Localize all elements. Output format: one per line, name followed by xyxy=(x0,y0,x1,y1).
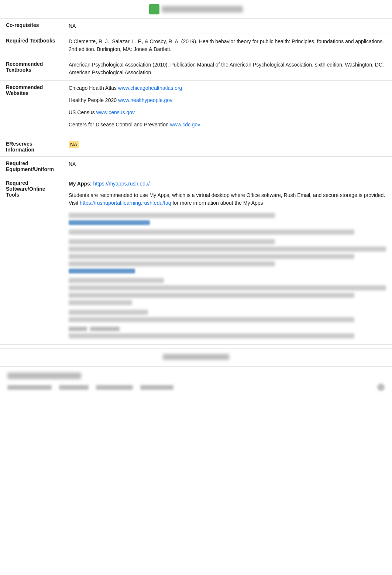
blurred-line xyxy=(69,229,354,235)
blurred-line xyxy=(69,317,354,322)
course-info-label-blurred xyxy=(163,354,229,360)
footer-link-1 xyxy=(7,385,52,390)
label-recommended-textbooks: Recommended Textbooks xyxy=(0,57,63,81)
footer-link-3 xyxy=(96,385,133,390)
myapps-line: My Apps: https://myapps.rush.edu/ xyxy=(69,180,386,188)
blurred-line xyxy=(69,261,275,266)
blurred-line xyxy=(69,300,132,305)
label-recommended-websites: Recommended Websites xyxy=(0,81,63,137)
ereserves-value: NA xyxy=(69,141,79,148)
label-software: Required Software/Online Tools xyxy=(0,176,63,345)
blurred-block-3 xyxy=(69,239,386,273)
table-row-equipment: Required Equipment/Uniform NA xyxy=(0,157,392,176)
blurred-line xyxy=(69,246,386,252)
footer-link-4 xyxy=(140,385,173,390)
footer-links xyxy=(7,384,385,391)
table-row-recommended-textbooks: Recommended Textbooks American Psycholog… xyxy=(0,57,392,81)
value-ereserves: NA xyxy=(63,137,392,157)
website-chicago: Chicago Health Atlas www.chicagohealthat… xyxy=(69,84,386,92)
blurred-line xyxy=(69,333,354,338)
label-corequisites: Co-requisites xyxy=(0,18,63,34)
blurred-line xyxy=(69,239,275,244)
website-cdc: Centers for Disease Control and Preventi… xyxy=(69,121,386,129)
link-myapps[interactable]: https://myapps.rush.edu/ xyxy=(93,181,149,187)
footer-title-blurred xyxy=(7,372,81,379)
table-row-recommended-websites: Recommended Websites Chicago Health Atla… xyxy=(0,81,392,137)
website-healthypeople: Healthy People 2020 www.healthypeople.go… xyxy=(69,96,386,104)
website-census: US Census www.census.gov xyxy=(69,109,386,116)
link-census[interactable]: www.census.gov xyxy=(96,109,135,115)
blurred-line xyxy=(69,293,354,298)
blurred-link-line xyxy=(69,269,135,273)
blurred-line xyxy=(69,254,354,259)
table-row-corequisites: Co-requisites NA xyxy=(0,18,392,34)
value-recommended-websites: Chicago Health Atlas www.chicagohealthat… xyxy=(63,81,392,137)
course-info-bar xyxy=(0,348,392,366)
label-ereserves: EReserves Information xyxy=(0,137,63,157)
blurred-block-5 xyxy=(69,310,386,322)
blurred-line xyxy=(69,213,275,218)
value-required-textbooks: DiClemente, R. J., Salazar, L. F., & Cro… xyxy=(63,34,392,57)
value-recommended-textbooks: American Psychological Association (2010… xyxy=(63,57,392,81)
blurred-block-2 xyxy=(69,229,386,235)
logo-text xyxy=(162,6,243,13)
blurred-line xyxy=(69,278,164,283)
link-healthypeople[interactable]: www.healthypeople.gov xyxy=(118,97,172,103)
footer-icon xyxy=(377,384,385,391)
value-equipment: NA xyxy=(63,157,392,176)
content-table: Co-requisites NA Required Textbooks DiCl… xyxy=(0,18,392,345)
logo-icon xyxy=(149,4,159,14)
blurred-footer-row xyxy=(69,327,386,331)
blurred-line xyxy=(69,310,148,315)
blurred-link-line xyxy=(69,220,150,225)
page-wrapper: Co-requisites NA Required Textbooks DiCl… xyxy=(0,0,392,397)
header-bar xyxy=(0,0,392,18)
blurred-line xyxy=(69,285,386,290)
footer-link-2 xyxy=(59,385,89,390)
link-cdc[interactable]: www.cdc.gov xyxy=(170,122,200,127)
label-equipment: Required Equipment/Uniform xyxy=(0,157,63,176)
label-required-textbooks: Required Textbooks xyxy=(0,34,63,57)
blurred-label-2 xyxy=(90,327,120,331)
footer-area xyxy=(0,366,392,397)
table-row-ereserves: EReserves Information NA xyxy=(0,137,392,157)
table-row-required-textbooks: Required Textbooks DiClemente, R. J., Sa… xyxy=(0,34,392,57)
table-row-software: Required Software/Online Tools My Apps: … xyxy=(0,176,392,345)
header-logo-area xyxy=(149,4,243,14)
blurred-block-1 xyxy=(69,213,386,225)
link-chicagohealthatlas[interactable]: www.chicagohealthatlas.org xyxy=(118,85,182,91)
value-software: My Apps: https://myapps.rush.edu/ Studen… xyxy=(63,176,392,345)
blurred-block-4 xyxy=(69,278,386,305)
value-corequisites: NA xyxy=(63,18,392,34)
link-rushuportal-faq[interactable]: https://rushuportal.learning.rush.edu/fa… xyxy=(80,200,171,206)
myapps-description: Students are recommended to use My Apps,… xyxy=(69,191,386,207)
blurred-label-1 xyxy=(69,327,87,331)
